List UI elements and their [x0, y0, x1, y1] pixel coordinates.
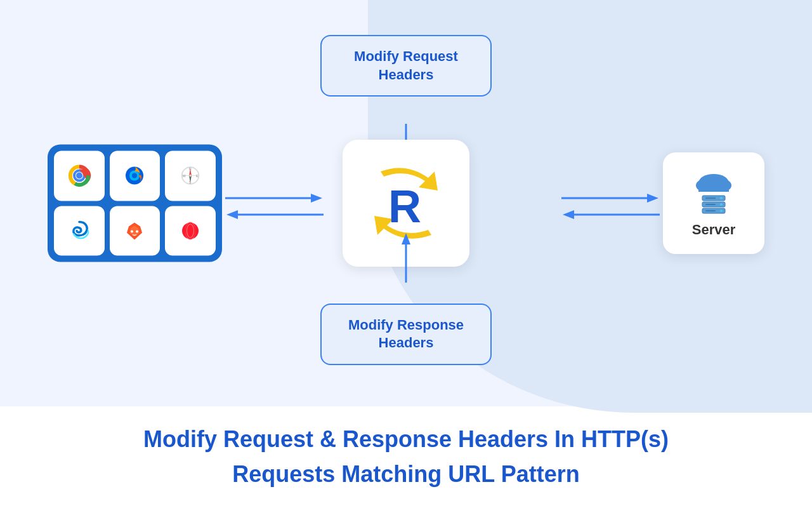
arrow-proxy-to-browser — [225, 208, 324, 221]
edge-icon — [54, 206, 105, 256]
svg-rect-54 — [705, 197, 716, 199]
svg-point-51 — [720, 197, 723, 199]
svg-marker-35 — [311, 194, 322, 203]
svg-point-53 — [720, 210, 723, 212]
svg-point-8 — [132, 173, 137, 178]
bottom-title-line2: Requests Matching URL Pattern — [232, 460, 579, 490]
svg-point-25 — [136, 230, 138, 232]
diagram-area: N S W E — [0, 0, 812, 406]
svg-rect-47 — [698, 183, 729, 192]
svg-text:R: R — [388, 181, 421, 232]
opera-icon — [165, 206, 216, 256]
arrow-server-to-proxy — [561, 208, 660, 221]
arrow-response-up — [400, 232, 412, 283]
bottom-text-bar: Modify Request & Response Headers In HTT… — [0, 406, 812, 508]
svg-point-24 — [131, 230, 133, 232]
svg-marker-41 — [563, 210, 574, 219]
main-container: N S W E — [0, 0, 812, 508]
modify-request-label: Modify Request Headers — [334, 48, 478, 84]
svg-text:N: N — [189, 167, 192, 171]
server-label: Server — [692, 222, 736, 238]
modify-response-label: Modify Response Headers — [334, 316, 478, 352]
svg-text:W: W — [183, 174, 186, 178]
firefox-icon — [110, 151, 160, 201]
svg-marker-37 — [226, 210, 238, 219]
brave-icon — [110, 206, 160, 256]
svg-point-52 — [720, 203, 723, 206]
svg-marker-39 — [647, 194, 658, 203]
server-box: Server — [663, 152, 764, 254]
arrow-proxy-to-server — [561, 192, 660, 204]
modify-response-box: Modify Response Headers — [320, 304, 492, 365]
svg-point-30 — [187, 224, 193, 237]
svg-marker-43 — [402, 233, 410, 244]
browser-box: N S W E — [48, 145, 222, 262]
safari-icon: N S W E — [165, 151, 216, 201]
bottom-title-line1: Modify Request & Response Headers In HTT… — [143, 425, 669, 455]
modify-request-box: Modify Request Headers — [320, 35, 492, 97]
svg-rect-56 — [705, 210, 716, 211]
svg-point-4 — [76, 173, 82, 179]
arrow-browser-to-proxy — [225, 192, 324, 204]
svg-rect-55 — [705, 204, 716, 205]
chrome-icon — [54, 151, 105, 201]
